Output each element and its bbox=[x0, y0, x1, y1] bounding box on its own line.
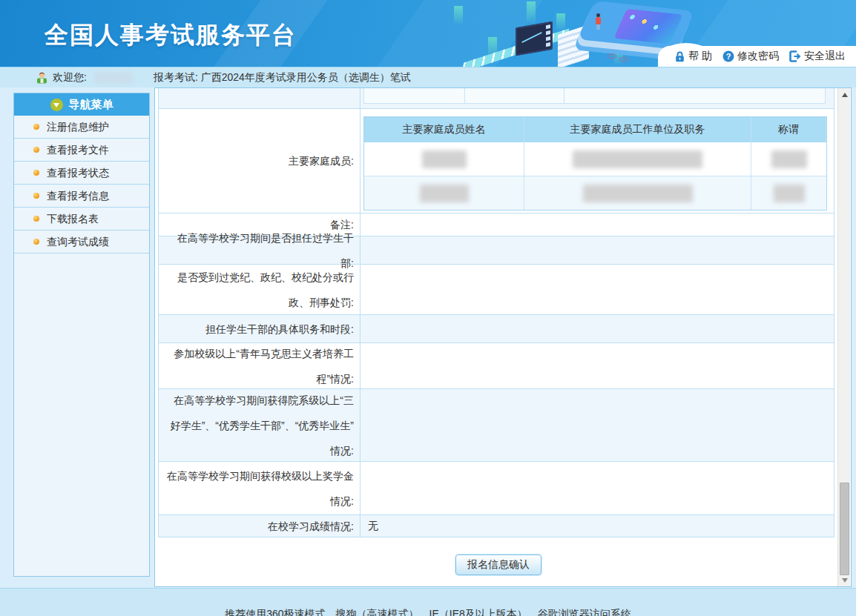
logout-link[interactable]: 安全退出 bbox=[789, 50, 846, 63]
sidebar-item-exam-scores[interactable]: 查询考试成绩 bbox=[14, 231, 149, 254]
form-row-academic-record: 在校学习成绩情况: 无 bbox=[159, 515, 834, 537]
page: 全国人事考试服务平台 帮 助 ? 修改密码 bbox=[0, 0, 856, 616]
clipped-inner-table bbox=[363, 88, 826, 104]
form-row-family: 主要家庭成员: 主要家庭成员姓名 主要家庭成员工作单位及职务 称谓 bbox=[159, 109, 834, 213]
form-row-label: 是否受到过党纪、政纪、校纪处分或行政、刑事处罚: bbox=[159, 265, 360, 314]
illustration-person bbox=[595, 13, 601, 30]
scrollbar-thumb[interactable] bbox=[840, 483, 849, 575]
illustration-pillar bbox=[454, 6, 463, 25]
form-row-value: 主要家庭成员姓名 主要家庭成员工作单位及职务 称谓 bbox=[360, 109, 834, 213]
change-password-label: 修改密码 bbox=[737, 50, 779, 63]
help-link[interactable]: 帮 助 bbox=[674, 50, 712, 63]
form-row-value bbox=[360, 315, 834, 342]
form-row-honors: 在高等学校学习期间获得院系级以上“三好学生”、“优秀学生干部”、“优秀毕业生”情… bbox=[159, 389, 834, 462]
footer: 推荐使用360极速模式、搜狗（高速模式）、IE（IE8及以上版本）、谷歌浏览器访… bbox=[0, 588, 856, 616]
column-header-name: 主要家庭成员姓名 bbox=[364, 117, 524, 142]
logout-icon bbox=[789, 50, 801, 62]
form-row-value bbox=[360, 462, 834, 514]
column-header-workplace: 主要家庭成员工作单位及职务 bbox=[524, 117, 751, 142]
form-row-clipped bbox=[159, 88, 834, 109]
welcome-bar: 欢迎您: 报考考试: 广西2024年度考试录用公务员（选调生）笔试 bbox=[0, 67, 856, 87]
chevron-down-icon bbox=[50, 99, 63, 111]
sidebar: 导航菜单 注册信息维护 查看报考文件 查看报考状态 查看报考信息 下载报名表 查… bbox=[13, 93, 150, 577]
form-row-value bbox=[360, 389, 834, 461]
username-redacted bbox=[94, 72, 133, 84]
sidebar-item-exam-status[interactable]: 查看报考状态 bbox=[14, 162, 149, 185]
scroll-up-arrow[interactable] bbox=[838, 88, 851, 101]
header: 全国人事考试服务平台 帮 助 ? 修改密码 bbox=[0, 0, 856, 67]
sidebar-nav-header[interactable]: 导航菜单 bbox=[14, 93, 149, 116]
page-body: 导航菜单 注册信息维护 查看报考文件 查看报考状态 查看报考信息 下载报名表 查… bbox=[0, 87, 856, 588]
form-row-value: 无 bbox=[360, 515, 834, 537]
illustration-chain-link bbox=[619, 56, 629, 62]
page-title: 全国人事考试服务平台 bbox=[45, 19, 297, 52]
form-row-discipline: 是否受到过党纪、政纪、校纪处分或行政、刑事处罚: bbox=[159, 265, 834, 315]
form-row-label: 参加校级以上“青年马克思主义者培养工程”情况: bbox=[159, 343, 360, 388]
scroll-down-arrow[interactable] bbox=[838, 574, 851, 586]
member-workplace-redacted bbox=[524, 142, 751, 176]
sidebar-item-exam-documents[interactable]: 查看报考文件 bbox=[14, 139, 149, 162]
sidebar-title: 导航菜单 bbox=[69, 98, 113, 112]
logout-label: 安全退出 bbox=[804, 50, 846, 63]
member-name-redacted bbox=[364, 176, 524, 210]
form-row-cadre-position: 担任学生干部的具体职务和时段: bbox=[159, 315, 834, 343]
form-row-value bbox=[360, 265, 834, 314]
browser-recommendation: 推荐使用360极速模式、搜狗（高速模式）、IE（IE8及以上版本）、谷歌浏览器访… bbox=[0, 608, 856, 616]
illustration-pillar bbox=[527, 1, 536, 25]
form-row-label: 在高等学校学习期间获得校级以上奖学金情况: bbox=[159, 462, 360, 514]
svg-text:?: ? bbox=[726, 52, 731, 61]
illustration-dashboard bbox=[613, 9, 683, 44]
form-row-label: 在高等学校学习期间是否担任过学生干部: bbox=[159, 236, 360, 264]
member-relation-redacted bbox=[751, 142, 826, 176]
member-relation-redacted bbox=[751, 176, 826, 210]
change-password-link[interactable]: ? 修改密码 bbox=[722, 50, 779, 63]
form-row-value bbox=[360, 236, 834, 264]
illustration-chain-link bbox=[607, 53, 617, 59]
form-row-value bbox=[360, 213, 834, 236]
sidebar-item-exam-info[interactable]: 查看报考信息 bbox=[14, 185, 149, 208]
exam-label: 报考考试: bbox=[154, 71, 198, 83]
sidebar-menu: 注册信息维护 查看报考文件 查看报考状态 查看报考信息 下载报名表 查询考试成绩 bbox=[14, 116, 149, 254]
lock-icon bbox=[674, 51, 685, 62]
family-table-row bbox=[364, 176, 826, 210]
exam-name: 广西2024年度考试录用公务员（选调生）笔试 bbox=[201, 71, 411, 83]
family-members-table: 主要家庭成员姓名 主要家庭成员工作单位及职务 称谓 bbox=[363, 116, 827, 211]
illustration-monitor bbox=[516, 21, 553, 56]
welcome-label: 欢迎您: bbox=[53, 71, 87, 85]
confirm-registration-button[interactable]: 报名信息确认 bbox=[455, 554, 541, 575]
family-table-row bbox=[364, 142, 826, 176]
form-row-label: 在校学习成绩情况: bbox=[159, 515, 360, 537]
form-row-marxism-program: 参加校级以上“青年马克思主义者培养工程”情况: bbox=[159, 343, 834, 389]
family-table-header: 主要家庭成员姓名 主要家庭成员工作单位及职务 称谓 bbox=[364, 117, 826, 142]
exam-info: 报考考试: 广西2024年度考试录用公务员（选调生）笔试 bbox=[154, 71, 411, 85]
form-row-student-cadre: 在高等学校学习期间是否担任过学生干部: bbox=[159, 236, 834, 265]
form-row-label bbox=[159, 88, 360, 108]
sidebar-item-registration-info[interactable]: 注册信息维护 bbox=[14, 116, 149, 139]
form-row-label: 担任学生干部的具体职务和时段: bbox=[159, 315, 360, 342]
header-toolbar: 帮 助 ? 修改密码 安全退出 bbox=[658, 46, 856, 67]
help-label: 帮 助 bbox=[688, 50, 712, 63]
user-avatar-icon bbox=[36, 71, 48, 84]
form-row-value bbox=[360, 343, 834, 388]
form-row-label: 主要家庭成员: bbox=[159, 109, 360, 213]
main-panel: 主要家庭成员: 主要家庭成员姓名 主要家庭成员工作单位及职务 称谓 bbox=[154, 87, 852, 587]
illustration-pillar bbox=[556, 13, 565, 31]
sidebar-item-download-form[interactable]: 下载报名表 bbox=[14, 208, 149, 231]
question-icon: ? bbox=[722, 50, 734, 62]
member-workplace-redacted bbox=[524, 176, 751, 210]
member-name-redacted bbox=[364, 142, 524, 176]
vertical-scrollbar[interactable] bbox=[837, 88, 850, 586]
form-row-label: 在高等学校学习期间获得院系级以上“三好学生”、“优秀学生干部”、“优秀毕业生”情… bbox=[159, 389, 360, 461]
form-row-value bbox=[360, 88, 834, 108]
column-header-relation: 称谓 bbox=[751, 117, 826, 142]
registration-form-table: 主要家庭成员: 主要家庭成员姓名 主要家庭成员工作单位及职务 称谓 bbox=[158, 88, 834, 537]
form-row-scholarship: 在高等学校学习期间获得校级以上奖学金情况: bbox=[159, 462, 834, 515]
academic-record-value: 无 bbox=[368, 520, 378, 533]
